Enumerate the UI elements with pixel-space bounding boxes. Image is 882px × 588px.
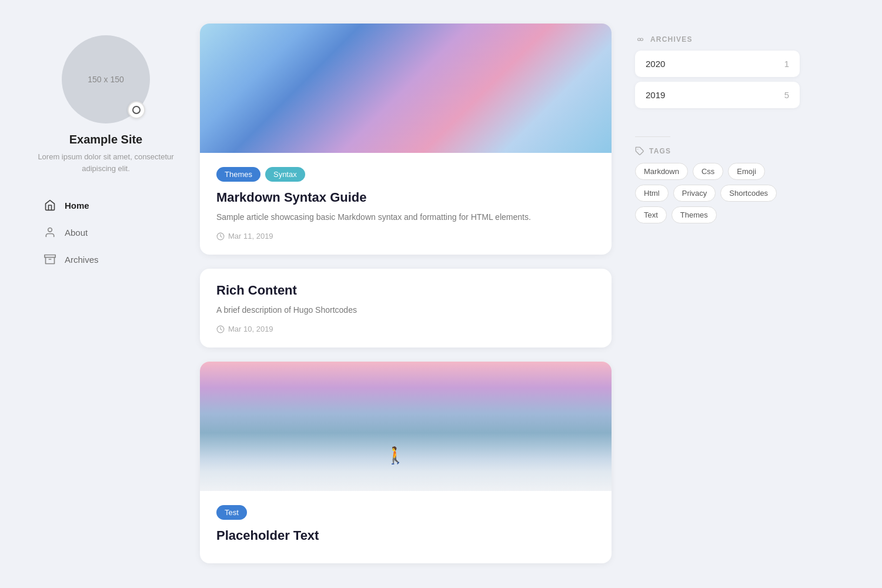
- post-image-3: 🚶: [200, 362, 612, 491]
- tag-themes[interactable]: Themes: [216, 167, 260, 182]
- nav-item-archives[interactable]: Archives: [35, 247, 176, 272]
- post-card-1: Themes Syntax Markdown Syntax Guide Samp…: [200, 24, 612, 255]
- tag-pill-privacy[interactable]: Privacy: [673, 185, 716, 202]
- tag-pill-shortcodes[interactable]: Shortcodes: [720, 185, 777, 202]
- tag-pill-html[interactable]: Html: [635, 185, 669, 202]
- archives-widget-title: ARCHIVES: [635, 35, 800, 44]
- tag-test[interactable]: Test: [216, 505, 247, 520]
- user-icon: [44, 226, 56, 239]
- post-card-3: 🚶 Test Placeholder Text: [200, 362, 612, 563]
- clock-icon-2: [216, 325, 225, 333]
- infinity-icon: [635, 36, 646, 43]
- tag-syntax[interactable]: Syntax: [265, 167, 305, 182]
- tag-pill-themes[interactable]: Themes: [671, 206, 717, 223]
- archive-year-2020: 2020: [646, 59, 665, 69]
- svg-rect-1: [45, 255, 55, 258]
- tags-row-3: Test: [216, 505, 595, 520]
- tag-pill-markdown[interactable]: Markdown: [635, 163, 688, 180]
- right-sidebar: ARCHIVES 2020 1 2019 5 TAGS: [635, 24, 800, 564]
- left-sidebar: 150 x 150 Example Site Lorem ipsum dolor…: [35, 24, 176, 564]
- site-description: Lorem ipsum dolor sit amet, consectetur …: [35, 151, 176, 174]
- tag-pill-text[interactable]: Text: [635, 206, 667, 223]
- nav-item-about[interactable]: About: [35, 220, 176, 245]
- archive-year-2019: 2019: [646, 90, 665, 100]
- post-title-2: Rich Content: [216, 283, 595, 298]
- archive-icon: [44, 253, 56, 266]
- sidebar-divider: [635, 136, 670, 137]
- avatar-edit-button[interactable]: [128, 101, 145, 119]
- post-meta-1: Mar 11, 2019: [216, 232, 595, 240]
- tags-widget-title: TAGS: [635, 146, 800, 156]
- site-name: Example Site: [69, 133, 143, 146]
- archives-widget: ARCHIVES 2020 1 2019 5: [635, 35, 800, 113]
- tag-icon: [635, 146, 644, 156]
- post-body-1: Themes Syntax Markdown Syntax Guide Samp…: [200, 153, 612, 255]
- landscape-image: 🚶: [200, 362, 612, 491]
- post-date-2: Mar 10, 2019: [228, 325, 273, 333]
- post-card-2: Rich Content A brief description of Hugo…: [200, 269, 612, 348]
- archive-count-2019: 5: [784, 90, 789, 100]
- post-meta-2: Mar 10, 2019: [216, 325, 595, 333]
- home-icon: [44, 199, 56, 212]
- tags-row-1: Themes Syntax: [216, 167, 595, 182]
- post-desc-2: A brief description of Hugo Shortcodes: [216, 304, 595, 316]
- nav-label-archives: Archives: [65, 255, 99, 265]
- nav-label-about: About: [65, 228, 88, 238]
- camera-icon: [132, 106, 141, 114]
- post-date-1: Mar 11, 2019: [228, 232, 273, 240]
- avatar-size-label: 150 x 150: [88, 75, 124, 84]
- person-figure: 🚶: [385, 446, 406, 465]
- post-body-2: Rich Content A brief description of Hugo…: [200, 269, 612, 348]
- post-title-3: Placeholder Text: [216, 528, 595, 543]
- archive-count-2020: 1: [784, 59, 789, 69]
- tags-widget: TAGS Markdown Css Emoji Html Privacy Sho…: [635, 146, 800, 223]
- nav-item-home[interactable]: Home: [35, 193, 176, 218]
- tag-pill-emoji[interactable]: Emoji: [728, 163, 765, 180]
- tags-list: Markdown Css Emoji Html Privacy Shortcod…: [635, 163, 800, 223]
- post-desc-1: Sample article showcasing basic Markdown…: [216, 211, 595, 223]
- post-image-1: [200, 24, 612, 153]
- nav-label-home: Home: [65, 201, 89, 211]
- abstract-image: [200, 24, 612, 153]
- archive-row-2019[interactable]: 2019 5: [635, 82, 800, 108]
- post-body-3: Test Placeholder Text: [200, 491, 612, 563]
- main-nav: Home About: [35, 193, 176, 272]
- clock-icon-1: [216, 232, 225, 240]
- svg-point-0: [48, 228, 52, 232]
- avatar-wrapper: 150 x 150: [62, 35, 150, 123]
- main-content: Themes Syntax Markdown Syntax Guide Samp…: [200, 24, 612, 564]
- tag-pill-css[interactable]: Css: [693, 163, 723, 180]
- post-title-1: Markdown Syntax Guide: [216, 190, 595, 205]
- archive-row-2020[interactable]: 2020 1: [635, 51, 800, 77]
